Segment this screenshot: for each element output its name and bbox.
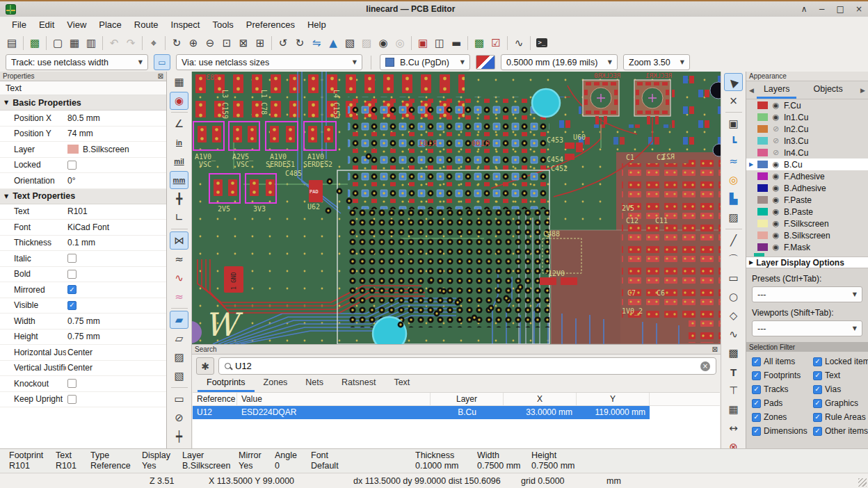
grid-size-combo[interactable]: 0.5000 mm (19.69 mils)▼ [501, 54, 618, 70]
filter-vias[interactable]: Vias [813, 384, 868, 394]
basic-properties-header[interactable]: ▼ Basic Properties [0, 95, 166, 111]
gear-icon[interactable]: ✱ [196, 357, 214, 375]
menu-inspect[interactable]: Inspect [165, 18, 207, 31]
pcb-canvas[interactable]: C83 L3 C159 L1 C78 L4 C153 A1V0_ VSC A2V… [192, 72, 721, 344]
net-highlight-icon[interactable]: ≈ [170, 288, 188, 306]
footprint-checker-button[interactable]: ▩ [471, 35, 488, 51]
flip-board-view-button[interactable]: ⇋ [308, 35, 325, 51]
unlock-button[interactable]: ◎ [392, 35, 408, 51]
menu-edit[interactable]: Edit [33, 18, 61, 31]
filter-all-items[interactable]: All items [752, 357, 813, 366]
filter-dimensions[interactable]: Dimensions [752, 426, 813, 436]
layer-row-in4cu[interactable]: ⊘In4.Cu [746, 147, 868, 158]
layer-display-options[interactable]: ▶ Layer Display Options [746, 257, 868, 268]
library-browser-button[interactable]: ◫ [431, 35, 448, 51]
mirrored-checkbox[interactable] [67, 285, 77, 294]
add-table-icon[interactable]: ▦ [724, 400, 743, 418]
draw-circle-icon[interactable]: ○ [724, 288, 743, 306]
zone-fracture-display-icon[interactable]: ▨ [170, 348, 188, 366]
filter-text[interactable]: Text [813, 371, 868, 380]
visible-checkbox[interactable] [67, 301, 77, 310]
close-icon[interactable]: ⊠ [158, 72, 163, 80]
tabs-scroll-right-icon[interactable]: ▶ [858, 87, 868, 94]
tab-objects[interactable]: Objects [806, 81, 849, 99]
refresh-button[interactable]: ↻ [168, 35, 185, 51]
add-textbox-icon[interactable]: ⊤ [724, 382, 743, 400]
tab-nets[interactable]: Nets [296, 376, 332, 392]
zoom-in-button[interactable]: ⊕ [185, 35, 202, 51]
visibility-icon[interactable]: ◉ [771, 184, 780, 193]
scripting-console-button[interactable]: >_ [533, 35, 550, 51]
tab-footprints[interactable]: Footprints [198, 376, 255, 392]
units-mm-button[interactable]: mm [170, 171, 188, 189]
presets-combo[interactable]: ---▼ [752, 286, 862, 302]
tabs-scroll-left-icon[interactable]: ◀ [746, 87, 757, 94]
lock-toggle-icon[interactable]: ◉ [170, 92, 188, 110]
draw-line-icon[interactable]: ╱ [724, 231, 743, 250]
visibility-icon[interactable]: ◉ [771, 172, 780, 181]
menu-view[interactable]: View [61, 18, 93, 31]
visibility-icon[interactable]: ◉ [771, 113, 780, 122]
clear-search-icon[interactable]: × [700, 361, 710, 371]
drc-button[interactable]: ☑ [488, 35, 504, 51]
layer-row-in1cu[interactable]: ◉In1.Cu [746, 111, 868, 123]
visibility-icon[interactable]: ⊘ [771, 124, 780, 133]
layer-row-fcu[interactable]: ◉F.Cu [746, 99, 868, 111]
auto-track-width-toggle[interactable]: ▭ [154, 54, 170, 70]
drawing-sheet-button[interactable]: ▬ [448, 35, 465, 51]
add-via-icon[interactable]: ◎ [724, 171, 743, 189]
visibility-icon[interactable]: ◉ [771, 219, 780, 228]
zoom-selection-button[interactable]: ⊞ [252, 35, 268, 51]
menu-file[interactable]: File [6, 18, 33, 31]
board-setup-button[interactable]: ▩ [26, 35, 43, 51]
filter-footprints[interactable]: Footprints [752, 371, 813, 380]
units-mils-button[interactable]: mil [170, 152, 188, 170]
add-text-icon[interactable]: T [724, 363, 743, 381]
rotate-ccw-button[interactable]: ↺ [275, 35, 291, 51]
maximize-button[interactable]: □ [837, 4, 844, 14]
resize-grip[interactable] [858, 478, 867, 487]
visibility-icon[interactable]: ◉ [771, 195, 780, 204]
locked-checkbox[interactable] [67, 161, 77, 170]
thickness-field[interactable]: 0.1 mm [66, 238, 166, 247]
filter-pads[interactable]: Pads [752, 398, 813, 408]
layer-row-badhesive[interactable]: ◉B.Adhesive [746, 182, 868, 194]
zone-fill-display-icon[interactable]: ▰ [170, 311, 188, 329]
mirror-button[interactable]: ▲ [325, 35, 341, 51]
tab-zones[interactable]: Zones [255, 376, 297, 392]
track-sketch-mode-icon[interactable]: ∿ [170, 269, 188, 287]
add-image-icon[interactable]: ▩ [724, 344, 743, 362]
filter-locked-items[interactable]: Locked items [813, 357, 868, 366]
draw-rectangle-icon[interactable]: ▭ [724, 269, 743, 287]
search-input[interactable] [235, 361, 696, 371]
active-layer-combo[interactable]: B.Cu (PgDn)▼ [380, 54, 470, 70]
column-value[interactable]: Value [237, 393, 431, 405]
vertical-justify-field[interactable]: Center [66, 363, 166, 373]
rotate-cw-button[interactable]: ↻ [291, 35, 308, 51]
select-tool-icon[interactable]: ◀ [724, 73, 743, 91]
viewports-combo[interactable]: ---▼ [752, 320, 862, 336]
menu-preferences[interactable]: Preferences [240, 18, 301, 31]
layer-row-fmask[interactable]: ◉F.Mask [746, 241, 868, 253]
zone-triangulation-display-icon[interactable]: ▧ [170, 367, 188, 385]
layer-row-fadhesive[interactable]: ◉F.Adhesive [746, 170, 868, 182]
add-footprint-icon[interactable]: ▣ [724, 115, 743, 133]
plot-button[interactable]: ▥ [83, 35, 99, 51]
redo-button[interactable]: ↷ [122, 35, 139, 51]
delete-tool-icon[interactable]: ⊗ [724, 438, 743, 448]
position-x-field[interactable]: 80.5 mm [66, 113, 166, 123]
local-ratsnest-icon[interactable]: × [724, 92, 743, 110]
column-layer[interactable]: Layer [431, 393, 504, 405]
layer-row-in2cu[interactable]: ⊘In2.Cu [746, 123, 868, 135]
table-row[interactable]: U12 ESD224DQAR B.Cu 33.0000 mm 119.0000 … [193, 406, 720, 419]
tab-text[interactable]: Text [385, 376, 419, 392]
layer-row-fsilkscreen[interactable]: ◉F.Silkscreen [746, 218, 868, 229]
group-button[interactable]: ▧ [341, 35, 358, 51]
layer-row-bpaste[interactable]: ◉B.Paste [746, 206, 868, 218]
horizontal-justify-field[interactable]: Center [66, 348, 166, 357]
shade-button[interactable]: ∧ [801, 4, 807, 14]
free-angle-mode-icon[interactable]: ∟ [170, 209, 188, 227]
print-button[interactable]: ▦ [66, 35, 83, 51]
visibility-icon[interactable]: ◉ [771, 160, 780, 169]
zoom-fit-page-button[interactable]: ⊡ [218, 35, 235, 51]
